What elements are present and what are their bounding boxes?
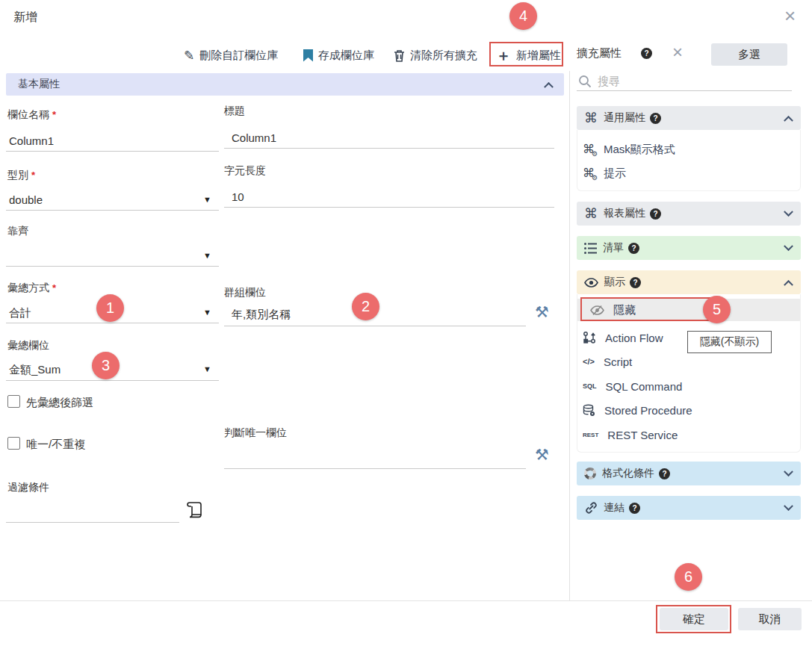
- aggregate-then-filter-checkbox[interactable]: [7, 395, 20, 408]
- code-icon: </>: [583, 357, 595, 366]
- sidebar-section-report[interactable]: ⌘ 報表屬性 ?: [577, 202, 801, 226]
- loader-ring-icon: [584, 468, 596, 479]
- basic-attributes-section-header[interactable]: 基本屬性: [6, 73, 564, 96]
- tools-icon[interactable]: ⚒: [535, 303, 549, 321]
- sidebar-section-list[interactable]: 清單 ?: [577, 236, 801, 260]
- basic-attributes-label: 基本屬性: [18, 78, 60, 91]
- title-input[interactable]: Column1: [232, 131, 276, 144]
- command-icon: ⌘: [584, 207, 598, 220]
- sidebar-section-general[interactable]: ⌘ 通用屬性 ?: [577, 106, 801, 130]
- command-gear-icon: ⌘⚙: [583, 167, 595, 179]
- required-asterisk: *: [52, 282, 56, 294]
- sidebar-item-mask-format[interactable]: ⌘⚙ Mask顯示格式: [583, 139, 675, 160]
- stored-procedure-label: Stored Procedure: [604, 404, 692, 417]
- footer-divider: [0, 600, 812, 601]
- sidebar-title: 擴充屬性: [577, 46, 622, 60]
- search-input[interactable]: 搜尋: [598, 75, 620, 89]
- sidebar-item-stored-procedure[interactable]: Stored Procedure: [583, 400, 692, 420]
- aggregate-field-select[interactable]: 金額_Sum: [9, 363, 61, 377]
- ok-button[interactable]: 確定: [660, 608, 728, 630]
- sidebar-item-sql-command[interactable]: SQL SQL Command: [583, 376, 682, 397]
- dropdown-arrow-icon[interactable]: ▼: [203, 364, 211, 373]
- group-field-label: 群組欄位: [224, 286, 266, 299]
- help-icon[interactable]: ?: [650, 208, 661, 220]
- field-name-input[interactable]: Column1: [9, 134, 54, 147]
- help-icon[interactable]: ?: [659, 468, 670, 479]
- help-icon[interactable]: ?: [629, 503, 640, 514]
- command-icon: ⌘: [584, 111, 598, 125]
- hide-label: 隱藏: [613, 303, 636, 317]
- dropdown-arrow-icon[interactable]: ▼: [203, 308, 211, 317]
- plus-icon: ＋: [496, 48, 511, 63]
- sidebar-item-action-flow[interactable]: Action Flow: [583, 327, 663, 348]
- section-display-label: 顯示: [604, 276, 625, 289]
- bookmark-icon: [303, 49, 313, 62]
- search-icon: [578, 75, 592, 88]
- sidebar-item-hide[interactable]: 隱藏: [590, 299, 636, 320]
- eye-icon: [584, 278, 598, 288]
- sidebar-section-display[interactable]: 顯示 ?: [577, 270, 801, 294]
- help-icon[interactable]: ?: [650, 113, 661, 124]
- hint-label: 提示: [604, 167, 626, 181]
- sidebar-section-conditional-format[interactable]: 格式化條件 ?: [577, 462, 801, 485]
- sidebar-close-icon[interactable]: ×: [672, 43, 683, 61]
- clear-all-extensions-label: 清除所有擴充: [410, 49, 477, 63]
- char-length-input[interactable]: 10: [232, 190, 244, 203]
- section-general-label: 通用屬性: [604, 111, 645, 125]
- step-badge-2: 2: [352, 293, 379, 320]
- multi-select-button[interactable]: 多選: [711, 43, 787, 66]
- script-scroll-icon[interactable]: [185, 500, 203, 520]
- sidebar-section-link[interactable]: 連結 ?: [577, 496, 801, 520]
- align-label: 靠齊: [7, 225, 28, 238]
- add-attribute-label: 新增屬性: [516, 49, 561, 63]
- type-select[interactable]: double: [9, 193, 43, 206]
- step-badge-6: 6: [675, 563, 702, 591]
- help-icon[interactable]: ?: [630, 277, 641, 288]
- trash-icon: [394, 49, 405, 62]
- delete-custom-library-button[interactable]: ✎ 刪除自訂欄位庫: [184, 45, 278, 66]
- field-name-label: 欄位名稱*: [7, 108, 56, 122]
- list-icon: [584, 242, 597, 254]
- save-as-library-button[interactable]: 存成欄位庫: [303, 45, 374, 66]
- chevron-up-icon: [784, 279, 793, 289]
- group-field-input[interactable]: 年,類別名稱: [232, 308, 291, 322]
- dialog-close-icon[interactable]: ×: [784, 6, 796, 25]
- dropdown-arrow-icon[interactable]: ▼: [203, 251, 211, 260]
- aggregate-then-filter-label: 先彙總後篩選: [26, 396, 93, 410]
- sidebar-item-hint[interactable]: ⌘⚙ 提示: [583, 163, 626, 184]
- database-gear-icon: [583, 404, 595, 417]
- unique-checkbox[interactable]: [7, 437, 20, 450]
- action-flow-icon: [583, 331, 596, 344]
- title-label: 標題: [224, 105, 245, 118]
- sidebar-item-script[interactable]: </> Script: [583, 351, 632, 372]
- help-icon[interactable]: ?: [641, 48, 652, 59]
- chevron-down-icon: [784, 241, 793, 251]
- tools-icon[interactable]: ⚒: [535, 446, 549, 464]
- required-asterisk: *: [31, 170, 35, 181]
- eye-slash-icon: [590, 305, 604, 316]
- sql-icon: SQL: [583, 382, 597, 390]
- command-gear-icon: ⌘⚙: [583, 143, 595, 155]
- chevron-down-icon: [784, 207, 793, 217]
- help-icon[interactable]: ?: [628, 243, 639, 254]
- delete-custom-library-label: 刪除自訂欄位庫: [199, 49, 278, 63]
- chevron-down-icon: [784, 501, 793, 511]
- chevron-up-icon: [784, 115, 793, 125]
- add-attribute-button[interactable]: ＋ 新增屬性: [496, 45, 561, 66]
- script-label: Script: [604, 355, 632, 368]
- unique-field-underline: [224, 468, 526, 469]
- section-conditional-format-label: 格式化條件: [602, 467, 654, 480]
- link-icon: [584, 501, 598, 515]
- clear-all-extensions-button[interactable]: 清除所有擴充: [394, 45, 477, 66]
- type-underline: [6, 210, 219, 211]
- aggregate-method-underline: [6, 323, 219, 323]
- sidebar-item-rest-service[interactable]: REST REST Service: [583, 424, 678, 445]
- step-badge-4: 4: [509, 2, 537, 30]
- rest-icon: REST: [583, 432, 598, 438]
- dropdown-arrow-icon[interactable]: ▼: [203, 195, 211, 204]
- char-length-label: 字元長度: [224, 164, 266, 178]
- save-as-library-label: 存成欄位庫: [318, 49, 374, 63]
- cancel-button[interactable]: 取消: [738, 608, 802, 630]
- rest-service-label: REST Service: [607, 429, 678, 441]
- aggregate-method-select[interactable]: 合計: [9, 306, 31, 320]
